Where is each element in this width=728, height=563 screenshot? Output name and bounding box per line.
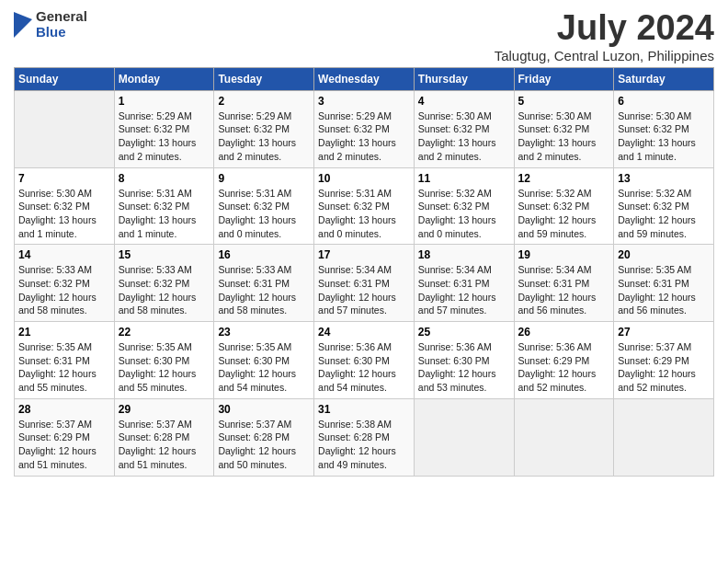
calendar-cell: 2Sunrise: 5:29 AMSunset: 6:32 PMDaylight… xyxy=(214,90,314,167)
day-info: Sunrise: 5:32 AMSunset: 6:32 PMDaylight:… xyxy=(618,187,710,241)
day-info: Sunrise: 5:29 AMSunset: 6:32 PMDaylight:… xyxy=(218,109,310,164)
calendar-cell: 13Sunrise: 5:32 AMSunset: 6:32 PMDayligh… xyxy=(614,167,714,245)
day-number: 30 xyxy=(218,403,310,416)
calendar-cell: 23Sunrise: 5:35 AMSunset: 6:30 PMDayligh… xyxy=(214,322,314,399)
day-info: Sunrise: 5:31 AMSunset: 6:32 PMDaylight:… xyxy=(318,187,410,241)
day-number: 28 xyxy=(18,403,110,416)
day-number: 22 xyxy=(119,326,210,339)
day-info: Sunrise: 5:34 AMSunset: 6:31 PMDaylight:… xyxy=(318,263,410,317)
day-number: 27 xyxy=(618,326,710,339)
header: General Blue July 2024 Talugtug, Central… xyxy=(14,9,714,63)
day-info: Sunrise: 5:30 AMSunset: 6:32 PMDaylight:… xyxy=(418,109,510,164)
day-number: 19 xyxy=(518,248,610,261)
day-info: Sunrise: 5:36 AMSunset: 6:29 PMDaylight:… xyxy=(518,340,610,395)
week-row-5: 28Sunrise: 5:37 AMSunset: 6:29 PMDayligh… xyxy=(15,398,714,476)
calendar-cell: 6Sunrise: 5:30 AMSunset: 6:32 PMDaylight… xyxy=(614,90,714,167)
day-number: 24 xyxy=(318,326,410,339)
day-info: Sunrise: 5:37 AMSunset: 6:29 PMDaylight:… xyxy=(618,340,710,395)
calendar-cell: 1Sunrise: 5:29 AMSunset: 6:32 PMDaylight… xyxy=(114,90,214,167)
day-number: 25 xyxy=(418,326,510,339)
day-number: 12 xyxy=(518,172,610,185)
day-number: 26 xyxy=(518,326,610,339)
day-info: Sunrise: 5:29 AMSunset: 6:32 PMDaylight:… xyxy=(119,109,210,164)
week-row-4: 21Sunrise: 5:35 AMSunset: 6:31 PMDayligh… xyxy=(15,322,714,399)
col-header-monday: Monday xyxy=(114,67,214,90)
calendar-cell xyxy=(15,90,115,167)
day-number: 18 xyxy=(418,248,510,261)
subtitle: Talugtug, Central Luzon, Philippines xyxy=(495,48,714,63)
day-number: 31 xyxy=(318,403,410,416)
day-info: Sunrise: 5:35 AMSunset: 6:31 PMDaylight:… xyxy=(18,340,110,395)
day-info: Sunrise: 5:30 AMSunset: 6:32 PMDaylight:… xyxy=(18,187,110,241)
day-number: 6 xyxy=(618,95,710,108)
day-number: 11 xyxy=(418,172,510,185)
day-number: 13 xyxy=(618,172,710,185)
day-number: 14 xyxy=(18,248,110,261)
calendar-cell: 29Sunrise: 5:37 AMSunset: 6:28 PMDayligh… xyxy=(114,398,214,476)
day-info: Sunrise: 5:34 AMSunset: 6:31 PMDaylight:… xyxy=(418,263,510,317)
calendar-cell: 31Sunrise: 5:38 AMSunset: 6:28 PMDayligh… xyxy=(314,398,415,476)
calendar-cell: 28Sunrise: 5:37 AMSunset: 6:29 PMDayligh… xyxy=(15,398,115,476)
day-info: Sunrise: 5:38 AMSunset: 6:28 PMDaylight:… xyxy=(318,418,410,472)
day-number: 2 xyxy=(218,95,310,108)
day-info: Sunrise: 5:35 AMSunset: 6:31 PMDaylight:… xyxy=(618,263,710,317)
col-header-friday: Friday xyxy=(514,67,614,90)
calendar-cell: 4Sunrise: 5:30 AMSunset: 6:32 PMDaylight… xyxy=(414,90,514,167)
day-number: 29 xyxy=(119,403,210,416)
calendar-cell: 24Sunrise: 5:36 AMSunset: 6:30 PMDayligh… xyxy=(314,322,415,399)
day-info: Sunrise: 5:33 AMSunset: 6:32 PMDaylight:… xyxy=(18,263,110,317)
title-block: July 2024 Talugtug, Central Luzon, Phili… xyxy=(495,9,714,63)
day-info: Sunrise: 5:29 AMSunset: 6:32 PMDaylight:… xyxy=(318,109,410,164)
calendar-cell xyxy=(614,398,714,476)
calendar-cell: 27Sunrise: 5:37 AMSunset: 6:29 PMDayligh… xyxy=(614,322,714,399)
calendar-cell: 15Sunrise: 5:33 AMSunset: 6:32 PMDayligh… xyxy=(114,245,214,322)
day-number: 4 xyxy=(418,95,510,108)
col-header-sunday: Sunday xyxy=(15,67,115,90)
day-number: 10 xyxy=(318,172,410,185)
calendar-cell: 3Sunrise: 5:29 AMSunset: 6:32 PMDaylight… xyxy=(314,90,415,167)
calendar-cell: 7Sunrise: 5:30 AMSunset: 6:32 PMDaylight… xyxy=(15,167,115,245)
day-number: 17 xyxy=(318,248,410,261)
calendar-cell: 22Sunrise: 5:35 AMSunset: 6:30 PMDayligh… xyxy=(114,322,214,399)
logo-icon xyxy=(14,12,32,38)
day-info: Sunrise: 5:33 AMSunset: 6:32 PMDaylight:… xyxy=(119,263,210,317)
day-info: Sunrise: 5:30 AMSunset: 6:32 PMDaylight:… xyxy=(518,109,610,164)
col-header-thursday: Thursday xyxy=(414,67,514,90)
day-number: 1 xyxy=(119,95,210,108)
day-number: 16 xyxy=(218,248,310,261)
day-number: 9 xyxy=(218,172,310,185)
logo-general: General xyxy=(36,9,87,25)
day-number: 20 xyxy=(618,248,710,261)
day-info: Sunrise: 5:31 AMSunset: 6:32 PMDaylight:… xyxy=(119,187,210,241)
day-number: 15 xyxy=(119,248,210,261)
week-row-2: 7Sunrise: 5:30 AMSunset: 6:32 PMDaylight… xyxy=(15,167,714,245)
calendar-cell: 21Sunrise: 5:35 AMSunset: 6:31 PMDayligh… xyxy=(15,322,115,399)
day-info: Sunrise: 5:32 AMSunset: 6:32 PMDaylight:… xyxy=(518,187,610,241)
logo: General Blue xyxy=(14,9,87,40)
calendar-cell: 20Sunrise: 5:35 AMSunset: 6:31 PMDayligh… xyxy=(614,245,714,322)
day-info: Sunrise: 5:35 AMSunset: 6:30 PMDaylight:… xyxy=(119,340,210,395)
day-info: Sunrise: 5:35 AMSunset: 6:30 PMDaylight:… xyxy=(218,340,310,395)
calendar-cell xyxy=(414,398,514,476)
day-number: 21 xyxy=(18,326,110,339)
day-number: 23 xyxy=(218,326,310,339)
calendar-cell: 17Sunrise: 5:34 AMSunset: 6:31 PMDayligh… xyxy=(314,245,415,322)
calendar-cell: 16Sunrise: 5:33 AMSunset: 6:31 PMDayligh… xyxy=(214,245,314,322)
day-info: Sunrise: 5:34 AMSunset: 6:31 PMDaylight:… xyxy=(518,263,610,317)
day-info: Sunrise: 5:31 AMSunset: 6:32 PMDaylight:… xyxy=(218,187,310,241)
logo-blue: Blue xyxy=(36,25,87,40)
calendar-table: SundayMondayTuesdayWednesdayThursdayFrid… xyxy=(14,67,714,477)
week-row-1: 1Sunrise: 5:29 AMSunset: 6:32 PMDaylight… xyxy=(15,90,714,167)
calendar-cell: 14Sunrise: 5:33 AMSunset: 6:32 PMDayligh… xyxy=(15,245,115,322)
day-number: 3 xyxy=(318,95,410,108)
calendar-cell: 12Sunrise: 5:32 AMSunset: 6:32 PMDayligh… xyxy=(514,167,614,245)
calendar-cell: 10Sunrise: 5:31 AMSunset: 6:32 PMDayligh… xyxy=(314,167,415,245)
day-info: Sunrise: 5:33 AMSunset: 6:31 PMDaylight:… xyxy=(218,263,310,317)
day-number: 8 xyxy=(119,172,210,185)
svg-marker-0 xyxy=(14,12,32,38)
calendar-cell xyxy=(514,398,614,476)
day-info: Sunrise: 5:37 AMSunset: 6:28 PMDaylight:… xyxy=(218,418,310,472)
day-info: Sunrise: 5:32 AMSunset: 6:32 PMDaylight:… xyxy=(418,187,510,241)
main-title: July 2024 xyxy=(495,9,714,48)
day-info: Sunrise: 5:36 AMSunset: 6:30 PMDaylight:… xyxy=(318,340,410,395)
